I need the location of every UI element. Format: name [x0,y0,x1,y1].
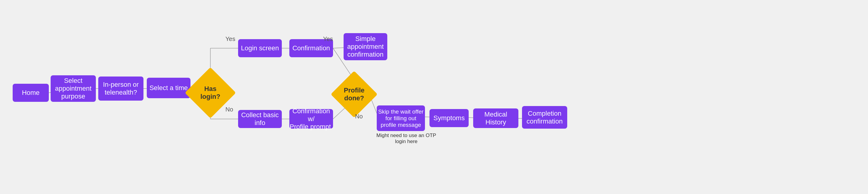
symptoms-node: Symptoms [430,109,469,127]
login-screen-node: Login screen [238,39,282,57]
no-profile-label: No [355,113,363,120]
flowchart-canvas: Home Select appointment purpose In-perso… [0,0,868,194]
confirm-profile-node: Confirmation w/ Profile prompt. [289,109,333,129]
collect-basic-node: Collect basic info [238,110,282,128]
completion-confirm-node: Completion confirmation [522,106,567,129]
simple-confirm-node: Simple appointment confirmation [344,33,387,60]
yes-right-label: Yes [323,36,333,42]
yes-top-label: Yes [225,36,236,42]
profile-done-diamond: Profile done? [331,71,378,118]
home-node: Home [13,84,49,102]
select-purpose-node: Select appointment purpose [51,75,96,102]
skip-wait-node: Skip the wait offer for filling out prof… [377,105,425,131]
no-bottom-label: No [225,106,233,113]
otp-note: Might need to use an OTP login here [376,133,436,144]
in-person-node: In-person or telenealth? [98,76,144,101]
medical-history-node: Medical History [473,108,518,128]
select-time-node: Select a time [147,78,190,98]
